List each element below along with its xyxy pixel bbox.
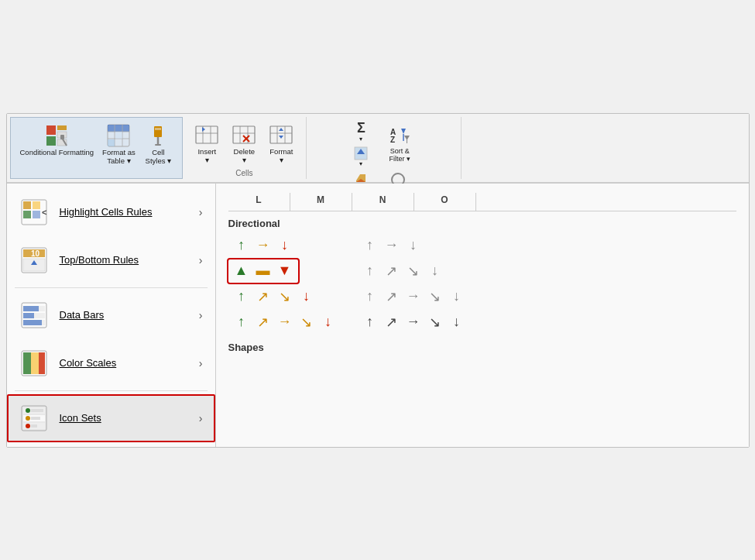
sort-filter-icon: A Z — [387, 122, 412, 147]
cells-group: Insert▾ — [183, 117, 307, 179]
svg-rect-14 — [115, 132, 122, 139]
icon-up-gray-2: ↑ — [362, 263, 379, 280]
separator-1 — [15, 287, 208, 288]
icon-right-2-amber: → — [276, 314, 293, 331]
sort-filter-button[interactable]: A Z Sort &Filter ▾ — [379, 120, 420, 167]
svg-marker-23 — [198, 127, 205, 132]
delete-button[interactable]: Delete▾ — [227, 120, 262, 167]
svg-point-76 — [26, 424, 30, 428]
svg-rect-63 — [23, 320, 42, 325]
cell-styles-button[interactable]: CellStyles ▾ — [141, 121, 176, 168]
icon-downright-gray-2: ↘ — [405, 263, 422, 280]
insert-icon — [194, 122, 219, 147]
icon-up-green: ↑ — [233, 237, 250, 254]
icon-sets-arrow: › — [199, 412, 203, 424]
top-bottom-arrow: › — [199, 254, 203, 266]
color-scales-label: Color Scales — [60, 357, 188, 369]
svg-rect-50 — [33, 211, 40, 218]
cell-styles-icon — [146, 123, 170, 148]
autosum-label: ▾ — [359, 136, 362, 143]
icon-right-amber: → — [255, 237, 272, 254]
icon-row-dark-1[interactable]: ↑ ↗ → ↘ ↓ — [357, 311, 470, 334]
menu-item-iconsets[interactable]: Icon Sets › — [7, 394, 215, 442]
main-content: < Highlight Cells Rules › 10 — [7, 184, 749, 447]
format-as-table-button[interactable]: Format asTable ▾ — [99, 121, 139, 168]
ribbon-top: Conditional Formatting — [7, 114, 749, 184]
svg-point-70 — [26, 408, 30, 413]
menu-item-topbottom[interactable]: 10 Top/Bottom Rules › — [7, 236, 215, 284]
format-as-table-label: Format asTable ▾ — [102, 148, 136, 166]
icon-row-gray-1[interactable]: ↑ → ↓ — [357, 234, 427, 257]
svg-rect-49 — [23, 211, 31, 218]
col-header-N: N — [352, 193, 414, 211]
icon-cols: ↑ → ↓ ▲ ▬ ▼ ↑ ↗ — [228, 234, 736, 334]
icon-sets-label: Icon Sets — [60, 412, 188, 424]
icon-row-colored-2[interactable]: ▲ ▬ ▼ — [228, 259, 298, 283]
conditional-formatting-icon — [44, 123, 69, 148]
icon-upright-2-amber: ↗ — [255, 314, 272, 331]
icon-row-colored-1[interactable]: ↑ → ↓ — [228, 234, 298, 257]
conditional-formatting-label: Conditional Formatting — [20, 148, 94, 156]
icon-downright-gray-3: ↘ — [427, 288, 444, 305]
icon-right-gray-1: → — [383, 237, 400, 254]
screenshot: Conditional Formatting — [0, 0, 755, 560]
svg-rect-0 — [46, 125, 56, 135]
highlight-cells-label: Highlight Cells Rules — [60, 206, 188, 218]
svg-rect-71 — [31, 409, 43, 412]
icon-up-3-green: ↑ — [233, 314, 250, 331]
svg-text:10: 10 — [31, 249, 40, 258]
cell-styles-label: CellStyles ▾ — [146, 148, 172, 166]
svg-rect-61 — [23, 313, 34, 318]
svg-rect-19 — [196, 126, 218, 143]
menu-item-colorscales[interactable]: Color Scales › — [7, 339, 215, 387]
menu-item-databars[interactable]: Data Bars › — [7, 291, 215, 339]
svg-text:Z: Z — [390, 136, 395, 144]
icon-col-gray: ↑ → ↓ ↑ ↗ ↘ ↓ ↑ — [357, 234, 470, 334]
editing-group: Σ ▾ ▾ — [307, 117, 462, 179]
svg-rect-8 — [108, 125, 129, 132]
icon-upright-amber: ↗ — [255, 288, 272, 305]
svg-marker-35 — [279, 136, 283, 139]
icon-upright-dark-1: ↗ — [383, 314, 400, 331]
fill-icon — [353, 146, 369, 160]
highlight-cells-icon: < — [19, 198, 49, 227]
icon-panel: L M N O Directional ↑ → ↓ — [216, 184, 749, 447]
icon-right-dark-1: → — [405, 314, 422, 331]
insert-button[interactable]: Insert▾ — [190, 120, 225, 167]
fill-button[interactable]: ▾ — [347, 145, 375, 169]
icon-col-colored: ↑ → ↓ ▲ ▬ ▼ ↑ ↗ — [228, 234, 341, 334]
svg-rect-16 — [155, 128, 161, 130]
top-bottom-icon: 10 — [19, 246, 49, 275]
svg-rect-13 — [108, 139, 115, 146]
format-icon — [269, 122, 293, 147]
svg-rect-6 — [60, 135, 64, 139]
col-header-L: L — [228, 193, 290, 211]
icon-down-gray-3: ↓ — [448, 288, 465, 305]
svg-marker-34 — [279, 128, 283, 131]
icon-down-dark-1: ↓ — [448, 314, 465, 331]
svg-rect-65 — [23, 352, 31, 374]
icon-triangle-down-red: ▼ — [276, 263, 293, 280]
icon-down-2-red: ↓ — [298, 288, 315, 305]
format-button[interactable]: Format▾ — [264, 120, 299, 167]
icon-up-2-green: ↑ — [233, 288, 250, 305]
icon-row-gray-2[interactable]: ↑ ↗ ↘ ↓ — [357, 259, 448, 283]
icon-row-gray-3[interactable]: ↑ ↗ → ↘ ↓ — [357, 285, 470, 308]
menu-item-highlight[interactable]: < Highlight Cells Rules › — [7, 188, 215, 236]
conditional-formatting-button[interactable]: Conditional Formatting — [17, 121, 98, 159]
directional-title: Directional — [228, 218, 736, 229]
icon-up-gray-3: ↑ — [362, 288, 379, 305]
icon-upright-gray-2: ↗ — [383, 263, 400, 280]
icon-row-colored-4[interactable]: ↑ ↗ → ↘ ↓ — [228, 311, 341, 334]
styles-group-label — [17, 175, 176, 177]
svg-rect-74 — [31, 417, 40, 420]
icon-row-colored-3[interactable]: ↑ ↗ ↘ ↓ — [228, 285, 320, 308]
cells-group-label: Cells — [189, 167, 300, 177]
shapes-title: Shapes — [228, 342, 736, 353]
col-header-O: O — [414, 193, 476, 211]
svg-text:<: < — [42, 208, 46, 217]
sort-filter-label: Sort &Filter ▾ — [390, 147, 411, 164]
icon-down-3-red: ↓ — [320, 314, 337, 331]
autosum-button[interactable]: Σ ▾ — [347, 120, 375, 144]
format-label: Format▾ — [269, 147, 293, 165]
